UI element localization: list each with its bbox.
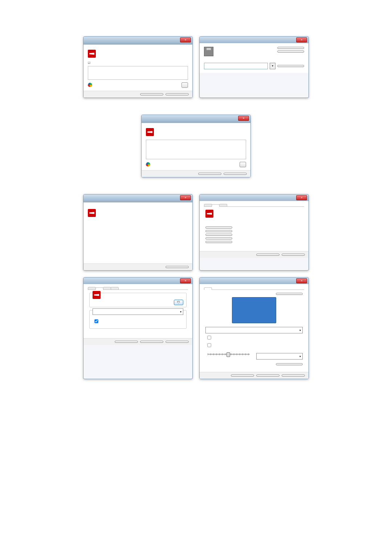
close-button[interactable] <box>166 266 189 268</box>
advanced-settings-button[interactable] <box>276 363 303 365</box>
uninstall-button[interactable] <box>205 241 232 243</box>
apply-button[interactable] <box>282 374 305 377</box>
ok-button[interactable] <box>277 47 304 49</box>
identify-monitors-button[interactable] <box>276 293 303 295</box>
monitor-icon <box>88 209 96 217</box>
screenshot-row-3: × × <box>65 194 327 271</box>
have-disk-button[interactable] <box>240 162 246 167</box>
chevron-down-icon: ▾ <box>299 354 301 359</box>
close-icon[interactable]: × <box>180 37 191 42</box>
browse-button[interactable] <box>277 65 304 67</box>
hide-modes-checkbox[interactable] <box>94 319 98 323</box>
cancel-button[interactable] <box>140 341 163 343</box>
tab-troubleshoot[interactable] <box>103 287 111 290</box>
tab-color-management[interactable] <box>111 287 119 290</box>
main-monitor-checkbox[interactable] <box>207 336 211 339</box>
extend-desktop-checkbox[interactable] <box>207 343 211 347</box>
close-icon[interactable]: × <box>296 278 307 283</box>
tab-details[interactable] <box>219 204 227 206</box>
monitor-icon <box>88 50 96 58</box>
chevron-down-icon: ▾ <box>299 328 301 333</box>
ok-button[interactable] <box>231 374 254 377</box>
update-driver-button[interactable] <box>205 230 232 232</box>
monitor-icon <box>146 128 154 136</box>
update-driver-window-1: × ☑ <box>83 36 193 98</box>
colors-select[interactable]: ▾ <box>256 353 303 360</box>
show-compatible-checkbox[interactable]: ☑ <box>88 61 188 65</box>
monitor-properties-dialog: × 🛡 <box>83 277 193 379</box>
dropdown-arrow-icon[interactable]: ▾ <box>270 63 275 69</box>
cancel-button[interactable] <box>166 93 189 95</box>
next-button[interactable] <box>198 173 221 175</box>
shield-icon <box>146 162 150 167</box>
driver-details-button[interactable] <box>205 226 232 229</box>
tab-monitor[interactable] <box>95 287 103 290</box>
copy-from-input[interactable] <box>204 63 268 69</box>
monitor-icon <box>93 291 101 299</box>
display-settings-dialog: × ▾ <box>199 277 309 379</box>
disable-button[interactable] <box>205 237 232 239</box>
floppy-icon <box>204 47 213 56</box>
cancel-button[interactable] <box>282 254 305 256</box>
tab-adapter[interactable] <box>88 287 96 290</box>
close-icon[interactable]: × <box>296 195 307 200</box>
resolution-slider[interactable] <box>205 354 252 355</box>
screenshot-row-4: × 🛡 <box>65 277 327 379</box>
shield-icon <box>88 83 92 87</box>
close-icon[interactable]: × <box>238 116 249 121</box>
close-button[interactable] <box>256 254 279 256</box>
monitor-icon <box>205 210 213 218</box>
window-titlebar: × <box>83 37 192 43</box>
chevron-down-icon: ▾ <box>180 309 181 315</box>
tab-driver[interactable] <box>212 204 220 207</box>
model-listbox[interactable] <box>146 140 246 159</box>
close-icon[interactable]: × <box>180 195 191 200</box>
tab-general[interactable] <box>204 204 212 206</box>
screenshot-row-1: × ☑ <box>65 36 327 98</box>
rollback-button[interactable] <box>205 234 232 236</box>
screenshot-row-2: × <box>65 115 327 177</box>
tab-monitor[interactable] <box>204 287 212 290</box>
ok-button[interactable] <box>115 341 138 343</box>
have-disk-button[interactable] <box>181 82 188 88</box>
driver-properties-dialog: × <box>199 194 309 271</box>
close-icon[interactable]: × <box>180 278 191 283</box>
update-driver-window-2: × <box>141 115 251 177</box>
document-page: × ☑ <box>0 0 392 554</box>
cancel-button[interactable] <box>224 173 247 175</box>
install-from-disk-dialog: × ▾ <box>199 36 309 98</box>
cancel-button[interactable] <box>277 50 304 53</box>
monitor-preview[interactable] <box>232 297 276 323</box>
close-icon[interactable]: × <box>296 37 307 42</box>
refresh-rate-select[interactable]: ▾ <box>93 308 183 315</box>
next-button[interactable] <box>140 93 163 95</box>
display-device-select[interactable]: ▾ <box>205 327 303 333</box>
model-listbox[interactable] <box>88 66 188 80</box>
properties-button[interactable]: 🛡 <box>174 300 183 305</box>
apply-button[interactable] <box>166 341 189 343</box>
cancel-button[interactable] <box>256 374 279 377</box>
update-success-window: × <box>83 194 193 271</box>
